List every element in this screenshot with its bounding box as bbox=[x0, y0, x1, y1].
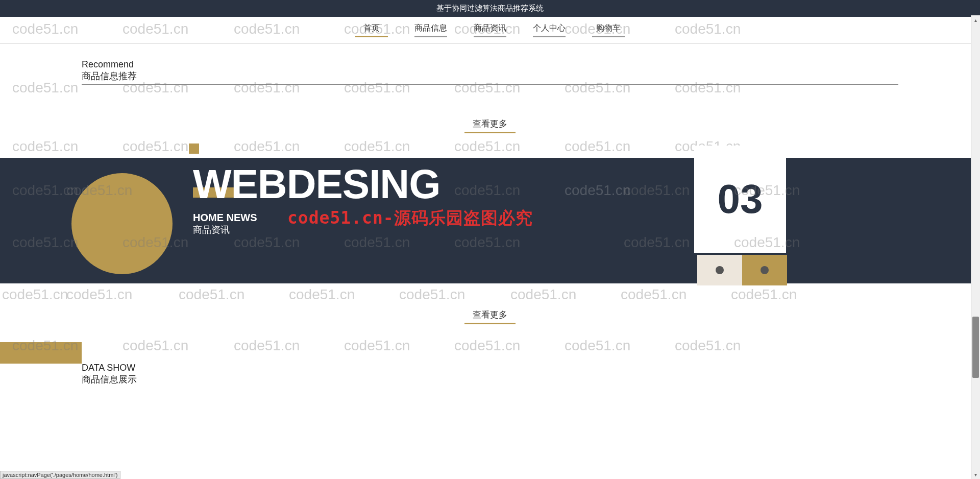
watermark: code51.cn bbox=[234, 21, 300, 37]
watermark: code51.cn bbox=[565, 21, 630, 37]
header-bar: 基于协同过滤算法商品推荐系统 bbox=[0, 0, 980, 17]
watermark: code51.cn bbox=[122, 21, 188, 37]
watermark: code51.cn bbox=[510, 286, 576, 303]
watermark: code51.cn bbox=[675, 21, 741, 37]
watermark: code51.cn bbox=[234, 80, 300, 96]
watermark: code51.cn bbox=[454, 21, 520, 37]
watermark: code51.cn bbox=[675, 338, 741, 354]
watermark: code51.cn bbox=[344, 80, 410, 96]
watermark: code51.cn bbox=[12, 338, 78, 354]
watermark: code51.cn bbox=[344, 234, 410, 251]
watermark: code51.cn bbox=[454, 234, 520, 251]
watermark: code51.cn bbox=[234, 338, 300, 354]
data-show-cn: 商品信息展示 bbox=[82, 373, 980, 386]
watermark: code51.cn bbox=[122, 138, 188, 155]
watermark: code51.cn bbox=[344, 138, 410, 155]
watermark: code51.cn bbox=[12, 80, 78, 96]
watermark: code51.cn bbox=[565, 80, 630, 96]
watermark: code51.cn bbox=[454, 182, 520, 199]
pagination-dot-1[interactable] bbox=[697, 255, 742, 285]
watermark: code51.cn bbox=[734, 182, 800, 199]
watermark: code51.cn bbox=[179, 286, 244, 303]
scroll-thumb[interactable] bbox=[972, 317, 979, 378]
scroll-up-icon[interactable]: ▴ bbox=[971, 15, 980, 25]
watermark: code51.cn bbox=[454, 138, 520, 155]
watermark: code51.cn bbox=[565, 182, 630, 199]
scrollbar[interactable]: ▴ ▾ bbox=[971, 15, 980, 386]
watermark: code51.cn bbox=[675, 80, 741, 96]
view-more-label: 查看更多 bbox=[464, 118, 516, 133]
pagination-dot-2[interactable] bbox=[742, 255, 787, 285]
view-more-2[interactable]: 查看更多 bbox=[0, 309, 980, 324]
watermark: code51.cn bbox=[731, 286, 797, 303]
watermark: code51.cn bbox=[2, 286, 68, 303]
banner-title: WEBDESING bbox=[193, 161, 440, 208]
recommend-title-en: Recommend bbox=[82, 59, 898, 70]
banner: WEBDESING HOME NEWS 商品资讯 03 code51.cn-源码… bbox=[0, 158, 980, 283]
data-show-en: DATA SHOW bbox=[82, 363, 980, 373]
watermark: code51.cn bbox=[734, 234, 800, 251]
app-title: 基于协同过滤算法商品推荐系统 bbox=[436, 4, 544, 13]
watermark: code51.cn bbox=[12, 21, 78, 37]
nav-products[interactable]: 商品信息 bbox=[414, 23, 447, 37]
watermark-red: code51.cn-源码乐园盗图必究 bbox=[287, 207, 533, 230]
watermark: code51.cn bbox=[399, 286, 465, 303]
view-more-label: 查看更多 bbox=[464, 309, 516, 324]
watermark: code51.cn bbox=[344, 338, 410, 354]
watermark: code51.cn bbox=[565, 338, 630, 354]
watermark: code51.cn bbox=[66, 286, 132, 303]
watermark: code51.cn bbox=[122, 234, 188, 251]
watermark: code51.cn bbox=[122, 338, 188, 354]
watermark: code51.cn bbox=[234, 138, 300, 155]
watermark: code51.cn bbox=[565, 138, 630, 155]
view-more-1[interactable]: 查看更多 bbox=[0, 118, 980, 133]
watermark: code51.cn bbox=[12, 234, 78, 251]
watermark: code51.cn bbox=[122, 80, 188, 96]
watermark: code51.cn bbox=[66, 182, 132, 199]
watermark: code51.cn bbox=[624, 234, 690, 251]
banner-sub-en: HOME NEWS bbox=[193, 212, 257, 224]
nav-profile[interactable]: 个人中心 bbox=[533, 23, 566, 37]
watermark: code51.cn bbox=[289, 286, 355, 303]
watermark: code51.cn bbox=[12, 138, 78, 155]
banner-pagination bbox=[697, 255, 787, 285]
watermark: code51.cn bbox=[344, 21, 410, 37]
banner-subtitle: HOME NEWS 商品资讯 bbox=[193, 212, 257, 236]
watermark: code51.cn bbox=[454, 338, 520, 354]
watermark: code51.cn bbox=[621, 286, 687, 303]
watermark: code51.cn bbox=[624, 182, 690, 199]
watermark: code51.cn bbox=[234, 234, 300, 251]
watermark: code51.cn bbox=[454, 80, 520, 96]
decorative-square bbox=[189, 143, 199, 154]
